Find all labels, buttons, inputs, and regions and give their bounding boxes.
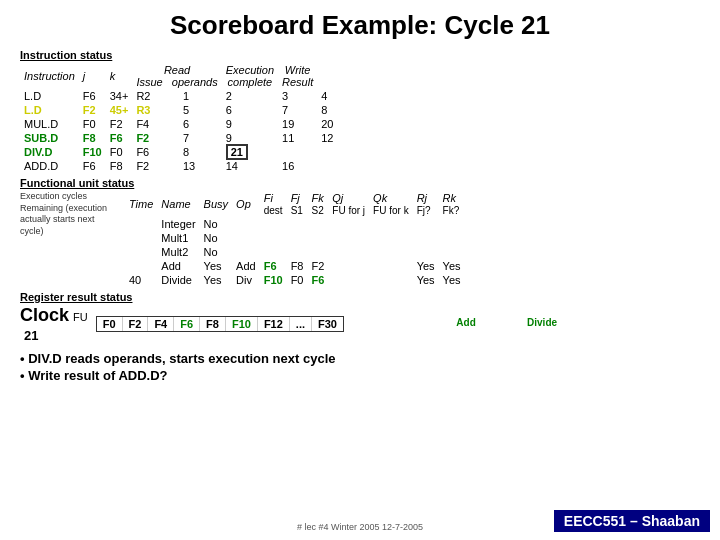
table-row: ADD.D F6 F8 F2 13 14 16 (20, 159, 337, 173)
bullet-2: • Write result of ADD.D? (20, 368, 700, 383)
instr-write: 8 (317, 103, 337, 117)
fh-fk: FkS2 (307, 191, 328, 217)
reg-under-f12 (567, 317, 601, 328)
table-row: Mult1 No (125, 231, 465, 245)
reg-under-f10: Divide (517, 317, 567, 328)
instr-exec: 16 (278, 159, 317, 173)
slide: Scoreboard Example: Cycle 21 Instruction… (0, 0, 720, 540)
fu-rk: Yes (439, 273, 465, 287)
reg-col-ellipsis: ... (290, 317, 312, 331)
instr-r: F6 (132, 145, 179, 159)
fu-fj (287, 217, 308, 231)
fu-fi: F6 (260, 259, 287, 273)
fh-rj: RjFj? (413, 191, 439, 217)
reg-col-f4: F4 (148, 317, 174, 331)
fu-qk (369, 245, 413, 259)
fu-time (125, 217, 157, 231)
table-row: Mult2 No (125, 245, 465, 259)
fu-fk (307, 217, 328, 231)
fh-qk: QkFU for k (369, 191, 413, 217)
fu-rj (413, 217, 439, 231)
reg-name: F30 (318, 318, 337, 330)
instr-r: R2 (132, 89, 179, 103)
reg-name: F2 (129, 318, 142, 330)
fu-rk (439, 245, 465, 259)
reg-name: F0 (103, 318, 116, 330)
instr-issue: 13 (179, 159, 222, 173)
col-instruction: Instruction (20, 63, 79, 89)
fu-op (232, 217, 260, 231)
instruction-status-label: Instruction status (20, 49, 337, 61)
col-write-header: WriteResult (278, 63, 317, 89)
fu-fj: F0 (287, 273, 308, 287)
col-k: k (106, 63, 133, 89)
reg-col-f8: F8 (200, 317, 226, 331)
instr-issue: 1 (179, 89, 222, 103)
instr-exec: 19 (278, 117, 317, 131)
instr-exec: 11 (278, 131, 317, 145)
reg-col-f0: F0 (97, 317, 123, 331)
functional-table: Time Name Busy Op Fidest FjS1 FkS2 QjFU … (125, 191, 465, 287)
fu-time (125, 245, 157, 259)
fu-qj (328, 273, 369, 287)
fu-rj (413, 245, 439, 259)
clock-label: Clock (20, 305, 69, 326)
fh-qj: QjFU for j (328, 191, 369, 217)
fu-busy: Yes (200, 273, 232, 287)
fu-fk (307, 245, 328, 259)
instr-name: DIV.D (20, 145, 79, 159)
instr-k: F0 (106, 145, 133, 159)
instr-name: L.D (20, 89, 79, 103)
table-row: L.D F2 45+ R3 5 6 7 8 (20, 103, 337, 117)
instr-k: 45+ (106, 103, 133, 117)
fu-name: Add (157, 259, 199, 273)
instr-j: F8 (79, 131, 106, 145)
fu-time (125, 231, 157, 245)
fu-rk (439, 217, 465, 231)
table-row: L.D F6 34+ R2 1 2 3 4 (20, 89, 337, 103)
table-row: MUL.D F0 F2 F4 6 9 19 20 (20, 117, 337, 131)
reg-under-ellipsis (601, 317, 621, 328)
fu-name: Mult1 (157, 231, 199, 245)
instr-read: 9 (222, 131, 278, 145)
fu-qk (369, 217, 413, 231)
instr-j: F6 (79, 159, 106, 173)
fu-fi: F10 (260, 273, 287, 287)
instr-issue: 6 (179, 117, 222, 131)
boxed-value: 21 (226, 144, 248, 160)
instr-read: 6 (222, 103, 278, 117)
fu-rk: Yes (439, 259, 465, 273)
bullet-1: • DIV.D reads operands, starts execution… (20, 351, 700, 366)
reg-col-f12: F12 (258, 317, 290, 331)
fu-qj (328, 231, 369, 245)
reg-col-f6: F6 (174, 317, 200, 331)
reg-name: F12 (264, 318, 283, 330)
instr-r: F4 (132, 117, 179, 131)
footnote: # lec #4 Winter 2005 12-7-2005 (297, 522, 423, 532)
fu-fj (287, 231, 308, 245)
fu-op: Div (232, 273, 260, 287)
fh-busy: Busy (200, 191, 232, 217)
reg-name: ... (296, 318, 305, 330)
fu-qk (369, 259, 413, 273)
instruction-status-section: Instruction status Instruction j k Read … (20, 49, 337, 173)
table-row: 40 Divide Yes Div F10 F0 F6 Yes Yes (125, 273, 465, 287)
fu-busy: No (200, 231, 232, 245)
instr-exec: 7 (278, 103, 317, 117)
reg-under-f4 (415, 317, 449, 328)
instr-issue: 5 (179, 103, 222, 117)
fu-name: Divide (157, 273, 199, 287)
fu-fk (307, 231, 328, 245)
fu-rj (413, 231, 439, 245)
instr-k: F6 (106, 131, 133, 145)
fu-rk (439, 231, 465, 245)
instr-read: 2 (222, 89, 278, 103)
register-status-section: Register result status Clock FU 21 F0 (20, 291, 700, 343)
fu-rj: Yes (413, 273, 439, 287)
instr-read: 21 (222, 145, 278, 159)
instr-k: F2 (106, 117, 133, 131)
instr-issue: 8 (179, 145, 222, 159)
bullets-section: • DIV.D reads operands, starts execution… (20, 351, 700, 383)
fh-fi: Fidest (260, 191, 287, 217)
fu-busy: Yes (200, 259, 232, 273)
